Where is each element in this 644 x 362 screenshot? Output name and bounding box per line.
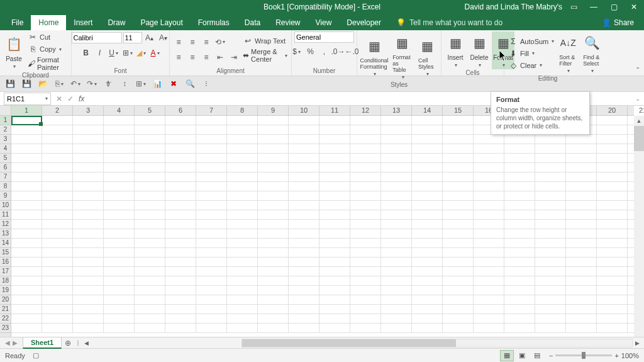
cell[interactable]	[73, 210, 104, 220]
column-header[interactable]: 9	[258, 106, 289, 115]
cell[interactable]	[227, 295, 258, 305]
cell[interactable]	[227, 191, 258, 201]
cell[interactable]	[227, 286, 258, 295]
font-size-select[interactable]	[123, 32, 142, 43]
cell[interactable]	[381, 276, 412, 286]
cell[interactable]	[381, 163, 412, 173]
column-header[interactable]: 21	[628, 106, 644, 115]
vertical-scrollbar[interactable]: ▲	[634, 116, 644, 337]
scroll-left-icon[interactable]: ◀	[82, 340, 91, 346]
cell[interactable]	[381, 182, 412, 191]
cell[interactable]	[566, 173, 597, 182]
sheet-nav-next-icon[interactable]: ▶	[13, 339, 18, 346]
cell[interactable]	[42, 220, 73, 229]
cell[interactable]	[165, 295, 196, 305]
cell[interactable]	[11, 135, 42, 144]
cell[interactable]	[73, 201, 104, 210]
cell[interactable]	[227, 163, 258, 173]
cell[interactable]	[566, 182, 597, 191]
cell[interactable]	[535, 229, 566, 239]
cell[interactable]	[504, 305, 535, 314]
cell[interactable]	[42, 276, 73, 286]
fx-icon[interactable]: fx	[79, 94, 84, 103]
cell[interactable]	[535, 324, 566, 333]
cell[interactable]	[135, 154, 165, 163]
page-layout-view-icon[interactable]: ▣	[515, 350, 529, 361]
qat-print-preview-icon[interactable]: 🔍	[184, 77, 196, 90]
cell[interactable]	[597, 210, 628, 220]
cell[interactable]	[535, 154, 566, 163]
close-button[interactable]: ✕	[624, 0, 644, 14]
cell[interactable]	[381, 239, 412, 248]
cell[interactable]	[350, 154, 381, 163]
cell[interactable]	[73, 229, 104, 239]
cell[interactable]	[566, 144, 597, 154]
cell[interactable]	[535, 257, 566, 267]
select-all-corner[interactable]	[0, 106, 11, 116]
cell[interactable]	[412, 276, 443, 286]
cell[interactable]	[412, 314, 443, 324]
cell[interactable]	[196, 154, 227, 163]
cell[interactable]	[196, 210, 227, 220]
cell[interactable]	[227, 314, 258, 324]
share-button[interactable]: 👤 Share	[597, 15, 639, 30]
cell[interactable]	[165, 144, 196, 154]
cell[interactable]	[227, 239, 258, 248]
cell[interactable]	[165, 163, 196, 173]
cell[interactable]	[135, 125, 165, 135]
cell[interactable]	[319, 295, 350, 305]
cell[interactable]	[443, 154, 474, 163]
cell[interactable]	[289, 220, 319, 229]
cell[interactable]	[443, 286, 474, 295]
cell[interactable]	[227, 248, 258, 257]
cell[interactable]	[11, 286, 42, 295]
cell[interactable]	[196, 163, 227, 173]
cell[interactable]	[443, 173, 474, 182]
cell[interactable]	[381, 305, 412, 314]
cell[interactable]	[73, 154, 104, 163]
cell[interactable]	[258, 305, 289, 314]
cell[interactable]	[381, 135, 412, 144]
cell[interactable]	[289, 229, 319, 239]
row-header[interactable]: 4	[0, 144, 11, 154]
cell[interactable]	[165, 248, 196, 257]
cell[interactable]	[227, 135, 258, 144]
cell[interactable]	[196, 116, 227, 125]
cell[interactable]	[196, 144, 227, 154]
cell[interactable]	[104, 163, 135, 173]
cell[interactable]	[319, 210, 350, 220]
cell[interactable]	[227, 201, 258, 210]
cell[interactable]	[443, 267, 474, 276]
cell[interactable]	[474, 295, 504, 305]
maximize-button[interactable]: ▢	[604, 0, 624, 14]
cell[interactable]	[73, 116, 104, 125]
cell[interactable]	[350, 257, 381, 267]
comma-icon[interactable]: ,	[318, 45, 331, 58]
cell[interactable]	[597, 314, 628, 324]
cell[interactable]	[350, 324, 381, 333]
cell[interactable]	[11, 182, 42, 191]
cell[interactable]	[566, 295, 597, 305]
column-header[interactable]: 2	[42, 106, 73, 115]
cell[interactable]	[196, 239, 227, 248]
cell[interactable]	[412, 267, 443, 276]
cell[interactable]	[443, 125, 474, 135]
row-header[interactable]: 22	[0, 314, 11, 324]
cell[interactable]	[412, 220, 443, 229]
column-header[interactable]: 1	[11, 106, 42, 115]
row-header[interactable]: 5	[0, 154, 11, 163]
decrease-font-icon[interactable]: A▾	[157, 31, 170, 44]
cell[interactable]	[135, 135, 165, 144]
cell[interactable]	[289, 286, 319, 295]
cell[interactable]	[504, 210, 535, 220]
cell[interactable]	[227, 144, 258, 154]
cell[interactable]	[289, 144, 319, 154]
cell[interactable]	[289, 267, 319, 276]
cell[interactable]	[135, 305, 165, 314]
cell[interactable]	[258, 276, 289, 286]
cell[interactable]	[73, 295, 104, 305]
cell[interactable]	[11, 220, 42, 229]
sort-filter-button[interactable]: A↓ZSort & Filter▾	[557, 31, 579, 75]
cell[interactable]	[474, 248, 504, 257]
cell[interactable]	[381, 116, 412, 125]
